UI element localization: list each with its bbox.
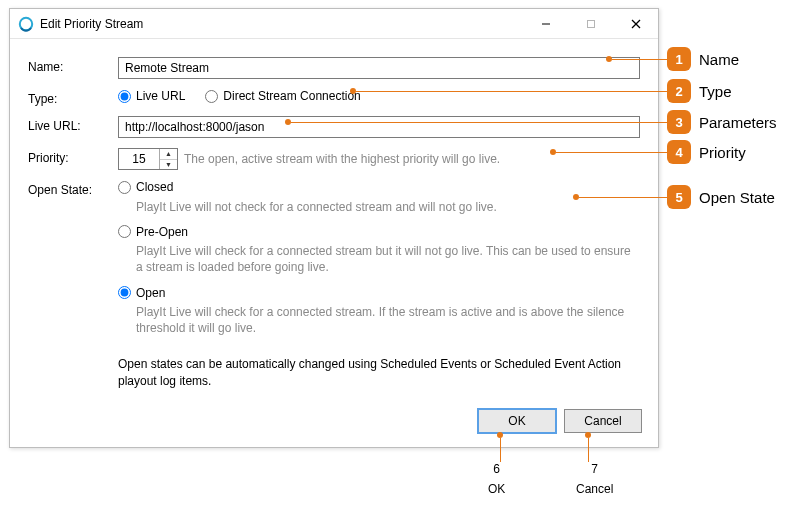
open-state-note: Open states can be automatically changed…: [118, 356, 640, 388]
state-radio-preopen[interactable]: Pre-Open: [118, 225, 188, 239]
open-state-group: Closed PlayIt Live will not check for a …: [118, 180, 640, 389]
window-controls: [523, 9, 658, 38]
state-option-open: Open PlayIt Live will check for a connec…: [118, 286, 640, 337]
state-radio-open-input[interactable]: [118, 286, 131, 299]
callout-5: 5 Open State: [667, 185, 775, 209]
state-radio-open-label: Open: [136, 286, 165, 300]
ok-button[interactable]: OK: [478, 409, 556, 433]
callout-1: 1 Name: [667, 47, 739, 71]
state-desc-preopen: PlayIt Live will check for a connected s…: [136, 243, 640, 275]
state-radio-closed[interactable]: Closed: [118, 180, 173, 194]
state-desc-open: PlayIt Live will check for a connected s…: [136, 304, 640, 336]
svg-rect-2: [587, 20, 594, 27]
callout-6: 6 OK: [488, 462, 505, 496]
callout-text-5: Open State: [699, 189, 775, 206]
type-radio-direct[interactable]: Direct Stream Connection: [205, 89, 360, 103]
liveurl-input[interactable]: [118, 116, 640, 138]
type-radio-direct-input[interactable]: [205, 90, 218, 103]
label-name: Name:: [28, 57, 118, 74]
callout-num-2: 2: [667, 79, 691, 103]
callout-num-5: 5: [667, 185, 691, 209]
close-button[interactable]: [613, 9, 658, 38]
callout-text-2: Type: [699, 83, 732, 100]
callout-text-3: Parameters: [699, 114, 777, 131]
priority-hint: The open, active stream with the highest…: [184, 152, 500, 166]
state-desc-closed: PlayIt Live will not check for a connect…: [136, 199, 640, 215]
state-radio-open[interactable]: Open: [118, 286, 165, 300]
state-option-preopen: Pre-Open PlayIt Live will check for a co…: [118, 225, 640, 276]
priority-input[interactable]: [119, 149, 159, 169]
priority-spin-up[interactable]: ▲: [160, 149, 177, 160]
type-radio-liveurl[interactable]: Live URL: [118, 89, 185, 103]
callout-4: 4 Priority: [667, 140, 746, 164]
dialog-buttons: OK Cancel: [478, 409, 642, 433]
row-name: Name:: [28, 57, 640, 79]
window-title: Edit Priority Stream: [40, 17, 523, 31]
name-input[interactable]: [118, 57, 640, 79]
callout-text-4: Priority: [699, 144, 746, 161]
callout-3: 3 Parameters: [667, 110, 777, 134]
callout-num-1: 1: [667, 47, 691, 71]
row-liveurl: Live URL:: [28, 116, 640, 138]
row-openstate: Open State: Closed PlayIt Live will not …: [28, 180, 640, 389]
cancel-button[interactable]: Cancel: [564, 409, 642, 433]
callout-text-1: Name: [699, 51, 739, 68]
leader-7: [588, 438, 589, 462]
maximize-button[interactable]: [568, 9, 613, 38]
leader-4: [556, 152, 667, 153]
leader-2: [356, 91, 667, 92]
label-type: Type:: [28, 89, 118, 106]
priority-spinner[interactable]: ▲ ▼: [118, 148, 178, 170]
label-openstate: Open State:: [28, 180, 118, 197]
minimize-button[interactable]: [523, 9, 568, 38]
label-liveurl: Live URL:: [28, 116, 118, 133]
titlebar: Edit Priority Stream: [10, 9, 658, 39]
state-radio-preopen-label: Pre-Open: [136, 225, 188, 239]
state-radio-closed-input[interactable]: [118, 181, 131, 194]
callout-7: 7 Cancel: [576, 462, 613, 496]
leader-1: [612, 59, 667, 60]
leader-5: [579, 197, 667, 198]
row-priority: Priority: ▲ ▼ The open, active stream wi…: [28, 148, 640, 170]
state-option-closed: Closed PlayIt Live will not check for a …: [118, 180, 640, 215]
priority-spin-buttons: ▲ ▼: [159, 149, 177, 169]
state-radio-preopen-input[interactable]: [118, 225, 131, 238]
callout-num-7: 7: [591, 462, 598, 476]
callout-text-7: Cancel: [576, 482, 613, 496]
leader-3: [291, 122, 667, 123]
callout-2: 2 Type: [667, 79, 732, 103]
app-icon: [18, 16, 34, 32]
state-radio-closed-label: Closed: [136, 180, 173, 194]
type-radio-liveurl-label: Live URL: [136, 89, 185, 103]
callout-num-4: 4: [667, 140, 691, 164]
callout-num-6: 6: [493, 462, 500, 476]
callout-text-6: OK: [488, 482, 505, 496]
label-priority: Priority:: [28, 148, 118, 165]
dialog-content: Name: Type: Live URL Direct Stream Conne…: [10, 39, 658, 409]
dialog-window: Edit Priority Stream Name: Type:: [9, 8, 659, 448]
type-radio-liveurl-input[interactable]: [118, 90, 131, 103]
callout-num-3: 3: [667, 110, 691, 134]
type-radio-direct-label: Direct Stream Connection: [223, 89, 360, 103]
priority-spin-down[interactable]: ▼: [160, 160, 177, 170]
leader-6: [500, 438, 501, 462]
